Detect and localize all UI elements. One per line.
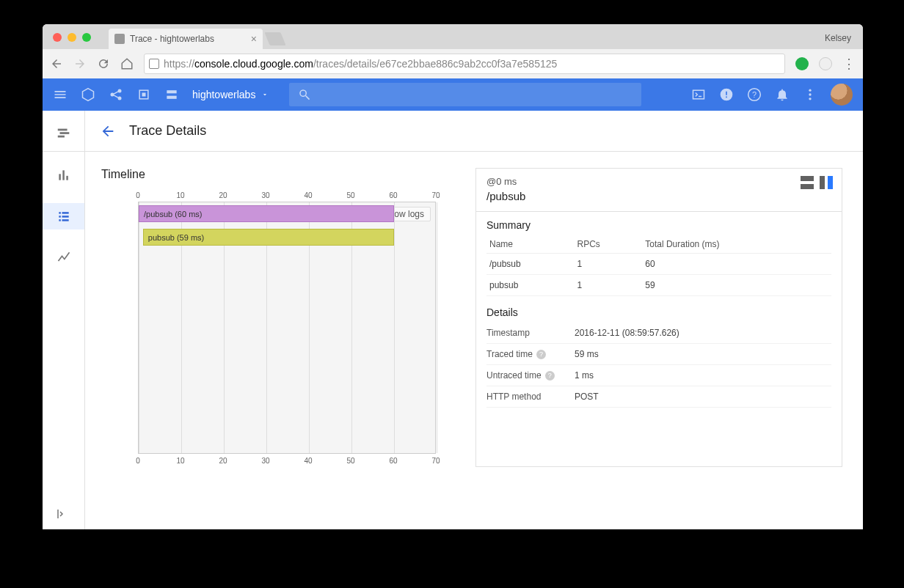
svg-rect-22 bbox=[62, 216, 68, 218]
help-icon[interactable]: ? bbox=[536, 350, 546, 359]
window-controls bbox=[53, 33, 91, 42]
svg-rect-14 bbox=[59, 132, 69, 134]
cloud-shell-icon[interactable] bbox=[691, 87, 706, 102]
axis-tick: 0 bbox=[136, 191, 140, 199]
svg-rect-18 bbox=[66, 176, 68, 180]
detail-row: Traced time?59 ms bbox=[486, 344, 831, 365]
summary-row[interactable]: /pubsub160 bbox=[486, 254, 831, 275]
browser-tab[interactable]: Trace - hightowerlabs × bbox=[109, 29, 263, 49]
url-scheme: https:// bbox=[164, 58, 194, 70]
layout-stacked-icon[interactable] bbox=[801, 176, 814, 189]
detail-row: HTTP methodPOST bbox=[486, 386, 831, 408]
product-icon-4[interactable] bbox=[164, 87, 179, 102]
cloud-console: hightowerlabs ? bbox=[43, 78, 863, 529]
summary-title: Summary bbox=[486, 219, 831, 231]
back-button[interactable] bbox=[50, 57, 63, 70]
axis-tick: 10 bbox=[176, 191, 184, 199]
side-nav bbox=[43, 111, 85, 529]
content: Trace Details Timeline 010203040506070 S… bbox=[85, 111, 863, 529]
browser-profile-name[interactable]: Kelsey bbox=[825, 33, 851, 43]
axis-tick: 40 bbox=[304, 457, 312, 465]
content-body: Timeline 010203040506070 Show logs /pubs… bbox=[85, 152, 863, 467]
svg-rect-24 bbox=[62, 219, 68, 221]
search-icon bbox=[298, 88, 311, 101]
search-box[interactable] bbox=[289, 83, 641, 106]
main-area: Trace Details Timeline 010203040506070 S… bbox=[43, 111, 863, 529]
svg-rect-19 bbox=[59, 212, 61, 214]
svg-rect-16 bbox=[59, 174, 61, 180]
extension-icon-2[interactable] bbox=[819, 57, 832, 70]
url-host: console.cloud.google.com bbox=[194, 58, 313, 70]
product-icon-2[interactable] bbox=[109, 87, 123, 102]
notifications-icon[interactable] bbox=[775, 87, 790, 102]
timeline-span[interactable]: /pubsub (60 ms) bbox=[139, 205, 394, 222]
svg-rect-20 bbox=[62, 212, 68, 214]
summary-row[interactable]: pubsub159 bbox=[486, 275, 831, 296]
span-offset: @0 ms bbox=[486, 176, 831, 187]
project-selector[interactable]: hightowerlabs bbox=[192, 89, 269, 100]
help-icon[interactable]: ? bbox=[747, 87, 762, 102]
svg-point-0 bbox=[111, 93, 114, 97]
svg-point-11 bbox=[809, 93, 811, 95]
svg-point-10 bbox=[809, 89, 811, 92]
chevron-down-icon bbox=[261, 91, 269, 98]
detail-key: Untraced time? bbox=[486, 370, 575, 381]
account-avatar[interactable] bbox=[831, 84, 853, 106]
layout-split-icon[interactable] bbox=[820, 176, 833, 189]
details-body: Summary NameRPCsTotal Duration (ms) /pub… bbox=[476, 212, 842, 415]
url-path: /traces/details/e67ce2bbae886c9ab2cc0f3a… bbox=[313, 58, 557, 70]
timeline-span[interactable]: pubsub (59 ms) bbox=[143, 229, 394, 246]
axis-tick: 50 bbox=[346, 191, 354, 199]
reload-button[interactable] bbox=[97, 57, 110, 70]
new-tab-button[interactable] bbox=[264, 32, 285, 45]
hamburger-menu-icon[interactable] bbox=[53, 87, 68, 102]
page-title: Trace Details bbox=[129, 123, 206, 139]
svg-point-1 bbox=[118, 89, 122, 93]
back-arrow-icon[interactable] bbox=[100, 123, 116, 139]
feedback-icon[interactable] bbox=[719, 87, 734, 102]
axis-bottom: 010203040506070 bbox=[138, 457, 446, 467]
browser-menu-icon[interactable]: ⋮ bbox=[842, 56, 856, 72]
window-minimize-button[interactable] bbox=[68, 33, 76, 42]
axis-tick: 0 bbox=[136, 457, 140, 465]
home-button[interactable] bbox=[120, 57, 134, 70]
summary-table: NameRPCsTotal Duration (ms) /pubsub160pu… bbox=[486, 235, 831, 296]
nav-trace-list-icon[interactable] bbox=[43, 203, 84, 229]
address-bar[interactable]: https://console.cloud.google.com/traces/… bbox=[144, 54, 785, 74]
summary-header: RPCs bbox=[574, 235, 642, 254]
detail-value: 2016-12-11 (08:59:57.626) bbox=[575, 328, 679, 338]
axis-tick: 20 bbox=[219, 191, 227, 199]
axis-tick: 60 bbox=[389, 457, 397, 465]
product-icon-1[interactable] bbox=[81, 87, 95, 102]
summary-header: Name bbox=[486, 235, 574, 254]
window-close-button[interactable] bbox=[53, 33, 62, 42]
axis-tick: 10 bbox=[176, 457, 184, 465]
svg-rect-23 bbox=[59, 219, 61, 221]
nav-overview-icon[interactable] bbox=[55, 166, 73, 184]
browser-window: Trace - hightowerlabs × Kelsey https://c… bbox=[43, 24, 863, 529]
site-info-icon[interactable] bbox=[149, 59, 159, 69]
axis-tick: 30 bbox=[261, 457, 269, 465]
help-icon[interactable]: ? bbox=[545, 371, 555, 381]
svg-point-2 bbox=[118, 97, 122, 100]
svg-rect-17 bbox=[62, 170, 65, 180]
window-maximize-button[interactable] bbox=[82, 33, 91, 42]
expand-nav-icon[interactable] bbox=[56, 507, 69, 521]
svg-text:?: ? bbox=[752, 90, 757, 99]
detail-key: Timestamp bbox=[486, 328, 575, 338]
project-name: hightowerlabs bbox=[192, 89, 255, 100]
svg-rect-21 bbox=[59, 216, 61, 218]
nav-analysis-icon[interactable] bbox=[55, 249, 73, 266]
page-header: Trace Details bbox=[85, 111, 863, 152]
forward-button bbox=[73, 57, 87, 70]
svg-point-12 bbox=[809, 98, 811, 100]
product-icon-3[interactable] bbox=[136, 87, 151, 102]
summary-header: Total Duration (ms) bbox=[642, 235, 831, 254]
axis-tick: 70 bbox=[431, 457, 440, 465]
extension-icon-1[interactable] bbox=[795, 57, 809, 70]
tab-close-icon[interactable]: × bbox=[251, 33, 257, 45]
timeline-plot[interactable]: Show logs /pubsub (60 ms)pubsub (59 ms) bbox=[138, 202, 436, 454]
trace-product-icon[interactable] bbox=[43, 124, 84, 152]
more-icon[interactable] bbox=[803, 87, 817, 102]
svg-rect-15 bbox=[57, 135, 64, 137]
